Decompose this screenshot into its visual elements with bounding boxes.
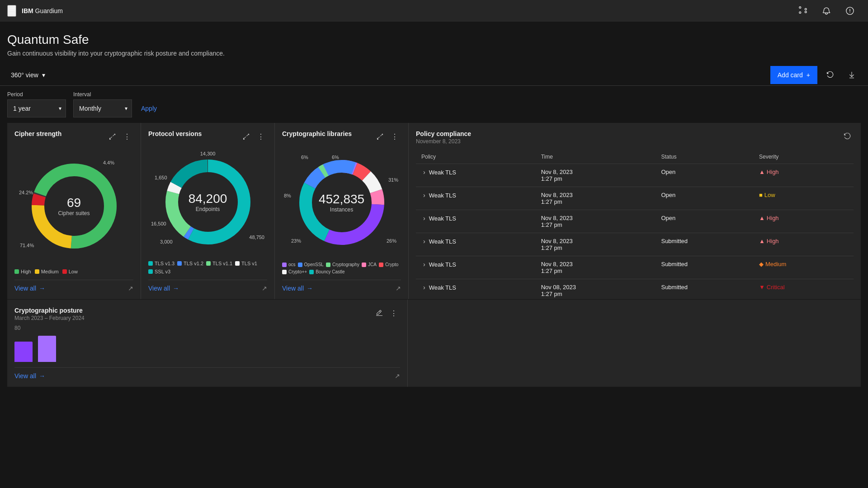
legend-tls1: TLS v1: [235, 261, 257, 266]
expand-row-0-button[interactable]: ›: [421, 169, 427, 176]
bar-2: [38, 336, 56, 362]
legend-openssl: OpenSSL: [298, 262, 324, 267]
severity-icon-0: ▲: [759, 169, 765, 175]
severity-icon-2: ▲: [759, 215, 765, 221]
tls1-dot: [235, 261, 240, 266]
status-value-4: Submitted: [661, 261, 688, 267]
policy-table-row[interactable]: › Weak TLS Nov 08, 20231:27 pm Submitted…: [416, 279, 854, 300]
policy-cell-4: › Weak TLS: [416, 256, 536, 279]
posture-bar-chart: [14, 335, 400, 362]
crypto-external-icon: ↗: [396, 285, 401, 292]
crypto-view-all-button[interactable]: View all →: [282, 285, 313, 292]
notification-icon-button[interactable]: [816, 0, 837, 22]
apply-button[interactable]: Apply: [139, 99, 159, 117]
protocol-menu-button[interactable]: ⋮: [255, 130, 267, 143]
page-title: Quantum Safe: [7, 33, 861, 47]
legend-tls12: TLS v1.2: [177, 261, 203, 266]
add-card-button[interactable]: Add card +: [770, 66, 817, 84]
policy-cell-1: › Weak TLS: [416, 187, 536, 210]
time-cell-3: Nov 8, 20231:27 pm: [536, 233, 656, 256]
crypto-dot: [379, 263, 383, 267]
legend-medium-label: Medium: [41, 269, 59, 274]
medium-color-dot: [35, 269, 39, 274]
protocol-view-all-button[interactable]: View all →: [148, 285, 179, 292]
policy-name-3: Weak TLS: [429, 238, 456, 245]
protocol-versions-card: Protocol versions ⋮: [141, 123, 274, 299]
severity-badge-5: ▼ Critical: [759, 284, 848, 291]
high-color-dot: [14, 269, 19, 274]
severity-badge-4: ◆ Medium: [759, 261, 848, 267]
view-select-label: 360° view: [11, 71, 38, 79]
expand-row-2-button[interactable]: ›: [421, 215, 427, 222]
severity-badge-1: ■ Low: [759, 192, 848, 198]
legend-ocs: ocs: [282, 262, 296, 267]
policy-table-row[interactable]: › Weak TLS Nov 8, 20231:27 pm Open ▲ Hig…: [416, 164, 854, 187]
refresh-button[interactable]: [821, 66, 839, 84]
expand-row-3-button[interactable]: ›: [421, 238, 427, 245]
policy-table-row[interactable]: › Weak TLS Nov 8, 20231:27 pm Submitted …: [416, 233, 854, 256]
connections-icon-button[interactable]: [792, 0, 814, 22]
page-subtitle: Gain continuous visibility into your cry…: [7, 50, 861, 57]
posture-title: Cryptographic posture: [14, 307, 85, 314]
cipher-view-all-button[interactable]: View all →: [14, 285, 45, 292]
crypto-menu-button[interactable]: ⋮: [388, 130, 401, 143]
cryptography-dot: [326, 263, 330, 267]
status-value-5: Submitted: [661, 284, 688, 291]
top-nav: ☰ IBM Guardium: [0, 0, 868, 22]
period-select[interactable]: 1 year 6 months 3 months 1 month: [7, 99, 66, 117]
legend-tls11: TLS v1.1: [206, 261, 232, 266]
policy-continuation-panel: [408, 300, 861, 387]
interval-select[interactable]: Monthly Weekly Daily: [73, 99, 132, 117]
posture-footer: View all → ↗: [14, 367, 400, 380]
cipher-view-all-label: View all: [14, 285, 36, 292]
posture-view-all-button[interactable]: View all →: [14, 372, 45, 380]
help-icon-button[interactable]: [839, 0, 861, 22]
protocol-external-icon: ↗: [262, 285, 267, 292]
label-14300: 14,300: [200, 151, 216, 156]
time-cell-0: Nov 8, 20231:27 pm: [536, 164, 656, 187]
time-value-0: Nov 8, 20231:27 pm: [541, 169, 573, 182]
crypto-expand-button[interactable]: [374, 130, 387, 143]
crypto-number: 452,835: [319, 192, 364, 206]
export-button[interactable]: [843, 66, 861, 84]
protocol-arrow-icon: →: [173, 285, 179, 292]
toolbar: 360° view ▾ Add card +: [0, 64, 868, 86]
posture-edit-button[interactable]: [373, 307, 386, 319]
policy-cell-0: › Weak TLS: [416, 164, 536, 187]
plus-icon: +: [807, 71, 810, 79]
policy-table-row[interactable]: › Weak TLS Nov 8, 20231:27 pm Open ■ Low: [416, 187, 854, 210]
legend-cryptography: Cryptography: [326, 262, 359, 267]
expand-row-4-button[interactable]: ›: [421, 261, 427, 268]
protocol-expand-button[interactable]: [240, 130, 253, 143]
filter-bar: Period 1 year 6 months 3 months 1 month …: [0, 86, 868, 123]
policy-name-5: Weak TLS: [429, 284, 456, 291]
posture-card: Cryptographic posture March 2023 – Febru…: [7, 300, 407, 387]
severity-cell-2: ▲ High: [754, 210, 854, 233]
cipher-expand-button[interactable]: [106, 130, 119, 143]
cipher-legend: High Medium Low: [14, 269, 133, 274]
expand-row-1-button[interactable]: ›: [421, 192, 427, 199]
policy-refresh-button[interactable]: [841, 130, 854, 143]
severity-cell-4: ◆ Medium: [754, 256, 854, 279]
cipher-card-icons: ⋮: [106, 130, 133, 143]
status-cell-2: Open: [656, 210, 754, 233]
external-link-icon: ↗: [128, 285, 133, 292]
policy-panel-date: November 8, 2023: [416, 138, 471, 145]
expand-row-5-button[interactable]: ›: [421, 284, 427, 291]
add-card-label: Add card: [778, 71, 803, 79]
severity-label-4: Medium: [765, 261, 786, 267]
crypto-view-all-label: View all: [282, 285, 304, 292]
posture-menu-button[interactable]: ⋮: [387, 307, 400, 319]
time-value-5: Nov 08, 20231:27 pm: [541, 284, 576, 297]
status-cell-5: Submitted: [656, 279, 754, 300]
policy-table-row[interactable]: › Weak TLS Nov 8, 20231:27 pm Open ▲ Hig…: [416, 210, 854, 233]
severity-icon-5: ▼: [759, 284, 765, 291]
view-select-button[interactable]: 360° view ▾: [7, 71, 49, 79]
severity-cell-0: ▲ High: [754, 164, 854, 187]
cipher-menu-button[interactable]: ⋮: [121, 130, 133, 143]
crypto-card-header: Cryptographic libraries ⋮: [282, 130, 401, 143]
hamburger-button[interactable]: ☰: [7, 5, 16, 17]
protocol-number: 84,200: [189, 192, 227, 206]
period-label: Period: [7, 91, 66, 98]
policy-table-row[interactable]: › Weak TLS Nov 8, 20231:27 pm Submitted …: [416, 256, 854, 279]
